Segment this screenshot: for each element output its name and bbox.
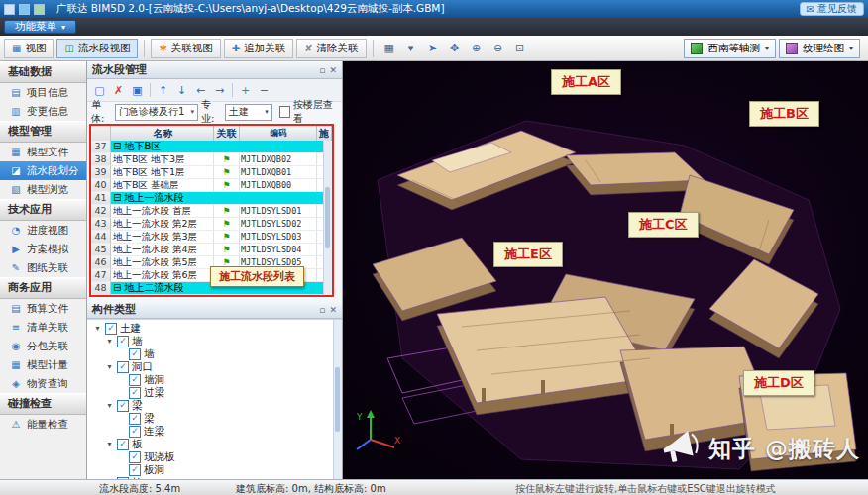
- row-name[interactable]: 地上一流水段 首层: [111, 205, 214, 218]
- tree-checkbox[interactable]: ✓: [129, 426, 141, 438]
- floor-view-checkbox[interactable]: [279, 106, 290, 118]
- outdent-icon[interactable]: ←: [192, 82, 209, 99]
- sidebar-section-header[interactable]: 碰撞检查: [0, 393, 86, 415]
- row-name[interactable]: 地上一流水段 第6层: [111, 269, 214, 282]
- major-select[interactable]: 土建 ▾: [225, 104, 272, 121]
- unit-select[interactable]: 门急诊楼及行1 ▾: [115, 104, 198, 121]
- tree-checkbox[interactable]: ✓: [129, 387, 141, 399]
- column-header[interactable]: 名称: [111, 126, 214, 141]
- tree-checkbox[interactable]: ✓: [129, 451, 141, 463]
- tree-expand-icon[interactable]: ▾: [93, 324, 102, 333]
- tree-expand-icon[interactable]: ▾: [105, 362, 114, 371]
- sidebar-item[interactable]: ▥变更信息: [0, 102, 86, 121]
- sidebar-item[interactable]: ▦模型文件: [0, 143, 86, 161]
- tree-checkbox[interactable]: ✓: [129, 413, 141, 425]
- panel-close-icon[interactable]: ✕: [329, 305, 337, 315]
- camera-select[interactable]: 西南等轴测 ▾: [684, 39, 776, 58]
- tree-checkbox[interactable]: ✓: [129, 374, 141, 386]
- new-item-icon[interactable]: ▢: [91, 82, 108, 99]
- sidebar-item[interactable]: ⚠能量检查: [0, 415, 86, 434]
- column-header[interactable]: [91, 126, 111, 141]
- zoom-in-icon[interactable]: ⊕: [467, 39, 487, 58]
- save-icon[interactable]: [19, 4, 30, 15]
- group-row-name[interactable]: ⊟ 地上一流水段: [111, 192, 332, 205]
- tree-item[interactable]: ✓现浇板: [87, 450, 342, 463]
- sidebar-section-header[interactable]: 基础数据: [0, 61, 86, 83]
- row-name[interactable]: 地下B区 基础层: [111, 179, 214, 192]
- sidebar-item[interactable]: ◪流水段划分: [0, 161, 86, 180]
- assoc-view-button[interactable]: ✱ 关联视图: [151, 39, 220, 58]
- table-row[interactable]: 43地上一流水段 第2层⚑MJTLDSYLSD02: [91, 218, 332, 231]
- row-name[interactable]: 地上一流水段 第2层: [111, 218, 214, 231]
- tree-item[interactable]: ▾✓墙: [87, 335, 342, 347]
- move-down-icon[interactable]: ↓: [173, 82, 190, 99]
- tree-item[interactable]: ✓墙洞: [87, 373, 342, 386]
- expand-all-icon[interactable]: +: [237, 82, 254, 99]
- sidebar-item[interactable]: ▧模型浏览: [0, 180, 86, 199]
- select-tool-icon[interactable]: ➤: [423, 39, 443, 58]
- tree-item[interactable]: ▾✓洞口: [87, 360, 342, 373]
- tree-item[interactable]: ✓连梁: [87, 425, 342, 438]
- pan-tool-icon[interactable]: ✥: [445, 39, 465, 58]
- row-name[interactable]: 地上一流水段 第5层: [111, 256, 214, 269]
- collapse-all-icon[interactable]: −: [256, 82, 272, 99]
- column-header[interactable]: 关联: [214, 126, 240, 141]
- sidebar-item[interactable]: ◈物资查询: [0, 374, 86, 393]
- clear-assoc-button[interactable]: ✘ 清除关联: [296, 39, 366, 58]
- column-header[interactable]: 编码: [240, 126, 317, 141]
- sidebar-item[interactable]: ≡清单关联: [0, 318, 86, 337]
- tab-view[interactable]: ▦ 视图: [4, 39, 54, 58]
- table-row[interactable]: 38地下B区 地下3层⚑MJTLDXQB02: [91, 153, 332, 166]
- group-row-name[interactable]: ⊟ 地下B区: [111, 141, 332, 153]
- move-up-icon[interactable]: ↑: [155, 82, 171, 99]
- table-row[interactable]: 40地下B区 基础层⚑MJTLDXQB00: [91, 179, 332, 192]
- table-row[interactable]: 37⊟ 地下B区: [91, 141, 332, 153]
- tree-scrollbar[interactable]: [333, 320, 342, 479]
- display-mode-arrow-icon[interactable]: ▾: [401, 39, 421, 58]
- feedback-button[interactable]: ✉ 意见反馈: [800, 2, 864, 16]
- tree-expand-icon[interactable]: ▾: [105, 337, 114, 346]
- tree-checkbox[interactable]: ✓: [117, 336, 129, 347]
- tree-checkbox[interactable]: ✓: [129, 348, 141, 360]
- tree-item[interactable]: ✓板洞: [87, 463, 342, 476]
- sidebar-item[interactable]: ◉分包关联: [0, 337, 86, 355]
- viewport-3d[interactable]: Y X 知乎 @搬砖人 施工A区施工B区施工C区施工E区施工D区: [343, 61, 868, 479]
- panel-float-icon[interactable]: ▫: [319, 305, 325, 315]
- table-row[interactable]: 45地上一流水段 第4层⚑MJTLDSYLSD04: [91, 244, 332, 256]
- grid-display-icon[interactable]: ▦: [380, 39, 399, 58]
- undo-icon[interactable]: [34, 4, 45, 15]
- tree-checkbox[interactable]: ✓: [105, 323, 117, 335]
- render-select[interactable]: 纹理绘图 ▾: [779, 39, 860, 58]
- column-header[interactable]: 施: [317, 126, 332, 141]
- tree-checkbox[interactable]: ✓: [117, 361, 129, 373]
- panel-float-icon[interactable]: ▫: [319, 65, 325, 75]
- delete-item-icon[interactable]: ✗: [110, 82, 127, 99]
- sidebar-item[interactable]: ✎图纸关联: [0, 258, 86, 277]
- indent-icon[interactable]: →: [211, 82, 228, 99]
- table-row[interactable]: 39地下B区 地下1层⚑MJTLDXQB01: [91, 166, 332, 179]
- sidebar-section-header[interactable]: 技术应用: [0, 199, 86, 221]
- tab-flow-view[interactable]: ◫ 流水段视图: [56, 39, 138, 58]
- row-name[interactable]: 地上一流水段 第4层: [111, 244, 214, 256]
- row-name[interactable]: 地上一流水段 第3层: [111, 231, 214, 244]
- tree-item[interactable]: ▾✓梁: [87, 399, 342, 412]
- table-row[interactable]: 42地上一流水段 首层⚑MJTLDSYLSD01: [91, 205, 332, 218]
- table-row[interactable]: 41⊟ 地上一流水段: [91, 192, 332, 205]
- zoom-fit-icon[interactable]: ⊡: [510, 39, 530, 58]
- sidebar-item[interactable]: ▦模型计量: [0, 355, 86, 374]
- tree-expand-icon[interactable]: ▾: [105, 440, 114, 448]
- table-scrollbar[interactable]: [323, 141, 332, 295]
- sidebar-item[interactable]: ▤项目信息: [0, 83, 86, 102]
- row-name[interactable]: 地下B区 地下3层: [111, 153, 214, 166]
- app-icon[interactable]: [4, 4, 15, 15]
- table-row[interactable]: 44地上一流水段 第3层⚑MJTLDSYLSD03: [91, 231, 332, 244]
- panel-close-icon[interactable]: ✕: [329, 65, 337, 75]
- sidebar-item[interactable]: ▶方案模拟: [0, 240, 86, 258]
- tree-checkbox[interactable]: ✓: [129, 464, 141, 476]
- sidebar-item[interactable]: ▤预算文件: [0, 299, 86, 318]
- sidebar-section-header[interactable]: 商务应用: [0, 277, 86, 299]
- tree-checkbox[interactable]: ✓: [117, 439, 129, 450]
- append-assoc-button[interactable]: ✚ 追加关联: [224, 39, 293, 58]
- tree-item[interactable]: ▾✓板: [87, 438, 342, 450]
- tree-checkbox[interactable]: ✓: [117, 400, 129, 412]
